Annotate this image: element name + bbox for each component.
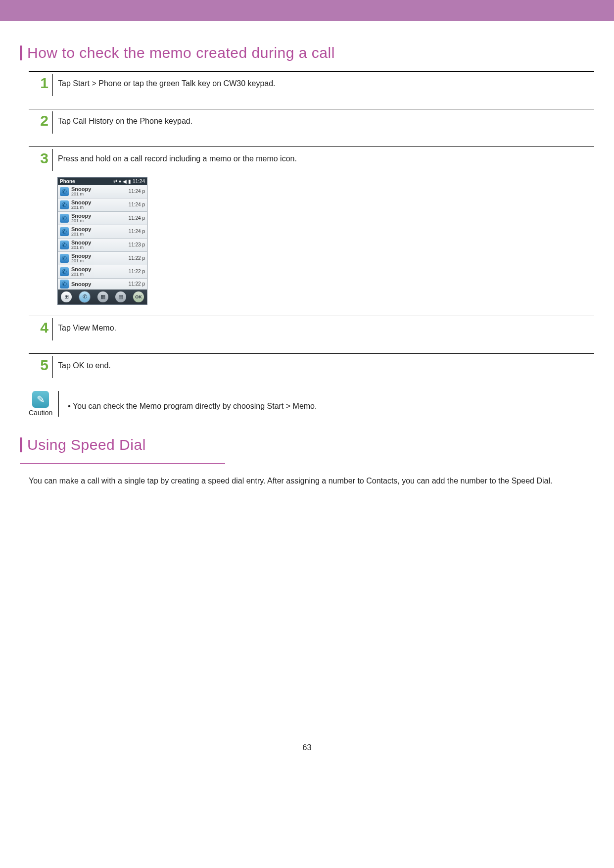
content-area: How to check the memo created during a c… — [0, 21, 614, 772]
caution-text: • You can check the Memo program directl… — [68, 391, 317, 411]
step-number: 5 — [40, 354, 48, 373]
outgoing-call-icon: ✆ — [60, 280, 69, 289]
step-row: 4 Tap View Memo. — [29, 316, 594, 342]
step-number-wrap: 1 — [29, 72, 48, 91]
step-1: 1 Tap Start > Phone or tap the green Tal… — [29, 71, 594, 98]
connect-icon: ⇄ — [113, 179, 117, 184]
outgoing-call-icon: ✆ — [60, 227, 69, 236]
vertical-divider-icon — [52, 356, 53, 378]
speed-dial-paragraph: You can make a call with a single tap by… — [29, 476, 594, 486]
accent-bar-icon — [20, 46, 22, 60]
call-sub-label: 201 m — [71, 245, 129, 250]
step-text: Tap Call History on the Phone keypad. — [58, 109, 192, 134]
call-sub-label: 201 m — [71, 259, 129, 264]
call-history-row[interactable]: ✆Snoopy201 m11:22 p — [58, 252, 147, 265]
top-purple-bar — [0, 0, 614, 21]
windows-start-icon[interactable]: ⊞ — [61, 291, 72, 302]
step-number-wrap: 3 — [29, 147, 48, 166]
step-text: Tap View Memo. — [58, 316, 116, 340]
phone-screenshot: Phone ⇄ ▾ ◀ ▮ 11:24 ✆Snoopy201 m11:24 p✆… — [57, 177, 594, 305]
call-info: Snoopy201 m — [71, 240, 129, 250]
call-info: Snoopy — [71, 281, 129, 287]
volume-icon: ◀ — [123, 179, 127, 184]
status-icons: ⇄ ▾ ◀ ▮ 11:24 — [113, 179, 145, 184]
call-time: 11:24 p — [129, 215, 145, 221]
caution-block: ✎ Caution • You can check the Memo progr… — [29, 391, 594, 417]
section-title: How to check the memo created during a c… — [27, 45, 335, 61]
call-time: 11:23 p — [129, 242, 145, 247]
call-history-row[interactable]: ✆Snoopy201 m11:24 p — [58, 225, 147, 239]
step-row: 2 Tap Call History on the Phone keypad. — [29, 109, 594, 136]
call-info: Snoopy201 m — [71, 186, 129, 197]
ok-softkey-button[interactable]: OK — [133, 291, 144, 302]
vertical-divider-icon — [52, 149, 53, 171]
call-history-row[interactable]: ✆Snoopy201 m11:24 p — [58, 185, 147, 198]
step-row: 1 Tap Start > Phone or tap the green Tal… — [29, 72, 594, 98]
step-number: 2 — [40, 109, 48, 128]
call-sub-label: 201 m — [71, 205, 129, 210]
step-number-wrap: 2 — [29, 109, 48, 128]
call-time: 11:24 p — [129, 229, 145, 234]
steps-list: 1 Tap Start > Phone or tap the green Tal… — [29, 71, 594, 380]
call-sub-label: 201 m — [71, 192, 129, 197]
step-text: Tap OK to end. — [58, 354, 111, 378]
phone-screen: Phone ⇄ ▾ ◀ ▮ 11:24 ✆Snoopy201 m11:24 p✆… — [57, 177, 147, 305]
step-number: 3 — [40, 147, 48, 166]
outgoing-call-icon: ✆ — [60, 214, 69, 223]
call-history-list: ✆Snoopy201 m11:24 p✆Snoopy201 m11:24 p✆S… — [58, 185, 147, 289]
vertical-divider-icon — [52, 111, 53, 134]
step-row: 5 Tap OK to end. — [29, 354, 594, 380]
section-title: Using Speed Dial — [27, 436, 146, 453]
step-row: 3 Press and hold on a call record includ… — [29, 147, 594, 173]
call-sub-label: 201 m — [71, 272, 129, 277]
call-info: Snoopy201 m — [71, 253, 129, 264]
section-heading-speed-dial: Using Speed Dial — [20, 436, 594, 453]
page: How to check the memo created during a c… — [0, 0, 614, 772]
step-2: 2 Tap Call History on the Phone keypad. — [29, 109, 594, 136]
signal-icon: ▾ — [119, 179, 121, 184]
call-info: Snoopy201 m — [71, 199, 129, 210]
call-time: 11:22 p — [129, 255, 145, 261]
keypad-softkey-icon[interactable]: ▦ — [97, 291, 108, 302]
heading-rule-icon — [20, 463, 225, 464]
phone-app-title: Phone — [60, 179, 75, 184]
call-info: Snoopy201 m — [71, 213, 129, 224]
call-sub-label: 201 m — [71, 219, 129, 224]
outgoing-call-icon: ✆ — [60, 241, 69, 249]
step-text: Tap Start > Phone or tap the green Talk … — [58, 72, 276, 96]
call-contact-name: Snoopy — [71, 281, 129, 287]
outgoing-call-icon: ✆ — [60, 267, 69, 276]
call-history-row[interactable]: ✆Snoopy201 m11:24 p — [58, 198, 147, 212]
outgoing-call-icon: ✆ — [60, 254, 69, 263]
call-time: 11:24 p — [129, 189, 145, 194]
outgoing-call-icon: ✆ — [60, 187, 69, 196]
vertical-divider-icon — [52, 74, 53, 96]
step-number: 1 — [40, 72, 48, 91]
page-number: 63 — [20, 743, 594, 772]
phone-softkey-bar: ⊞ ✆ ▦ ▤ OK — [58, 289, 147, 304]
call-history-row[interactable]: ✆Snoopy11:22 p — [58, 279, 147, 289]
call-time: 11:22 p — [129, 269, 145, 274]
call-sub-label: 201 m — [71, 232, 129, 237]
vertical-divider-icon — [52, 318, 53, 340]
vertical-divider-icon — [58, 391, 59, 417]
call-history-row[interactable]: ✆Snoopy201 m11:24 p — [58, 212, 147, 225]
step-number: 4 — [40, 316, 48, 335]
step-number-wrap: 5 — [29, 354, 48, 373]
step-5: 5 Tap OK to end. — [29, 353, 594, 380]
call-history-row[interactable]: ✆Snoopy201 m11:23 p — [58, 239, 147, 252]
menu-softkey-icon[interactable]: ▤ — [115, 291, 126, 302]
call-time: 11:22 p — [129, 281, 145, 287]
section-heading-memo: How to check the memo created during a c… — [20, 45, 594, 61]
step-number-wrap: 4 — [29, 316, 48, 335]
call-history-row[interactable]: ✆Snoopy201 m11:22 p — [58, 265, 147, 279]
caution-label: Caution — [29, 409, 52, 417]
step-3: 3 Press and hold on a call record includ… — [29, 146, 594, 305]
accent-bar-icon — [20, 437, 22, 452]
step-4: 4 Tap View Memo. — [29, 316, 594, 342]
outgoing-call-icon: ✆ — [60, 200, 69, 209]
phone-softkey-icon[interactable]: ✆ — [79, 291, 91, 303]
battery-icon: ▮ — [128, 179, 131, 184]
call-info: Snoopy201 m — [71, 266, 129, 277]
step-text: Press and hold on a call record includin… — [58, 147, 297, 171]
